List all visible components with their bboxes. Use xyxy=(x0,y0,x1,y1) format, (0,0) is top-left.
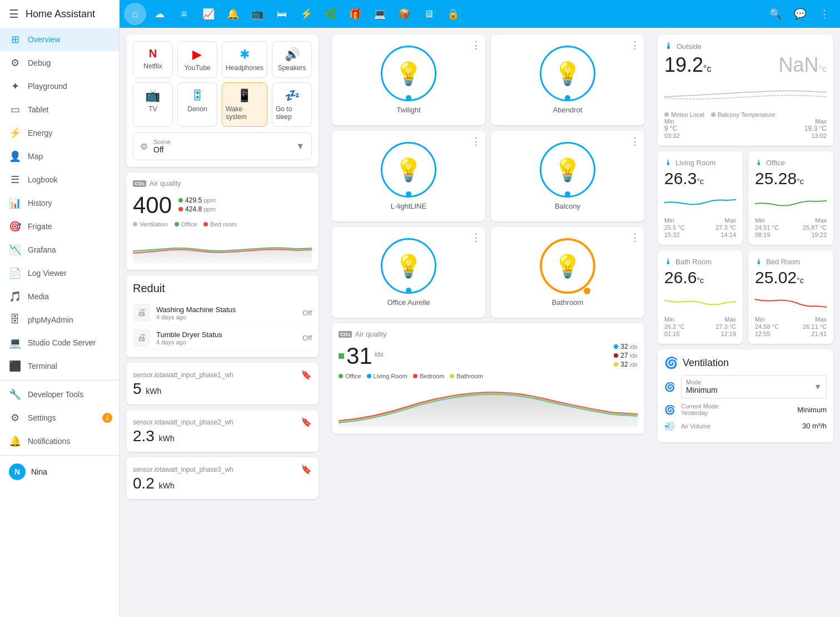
sensor-phase3-bookmark-icon[interactable]: 🔖 xyxy=(301,464,312,475)
hamburger-menu-icon[interactable]: ☰ xyxy=(9,7,19,21)
ventilation-mode-selector[interactable]: Mode Minimum ▼ xyxy=(681,375,827,398)
netflix-button[interactable]: N Netflix xyxy=(133,41,173,78)
bathroom-max-label: Max xyxy=(715,316,736,323)
office-aurelle-menu-icon[interactable]: ⋮ xyxy=(471,231,481,244)
outside-unit2: °c xyxy=(819,64,827,73)
speakers-label: Speakers xyxy=(278,64,306,72)
nav-package-icon[interactable]: 📦 xyxy=(393,3,415,25)
nav-bed-icon[interactable]: 🛏 xyxy=(271,3,293,25)
aq-reading-2: 424.8 ppm xyxy=(178,205,216,213)
legend-balcony-label: Balcony Temperature xyxy=(718,111,776,118)
sensor-phase1-row: sensor.iotawatt_input_phase1_wh 🔖 xyxy=(133,369,312,380)
sidebar-item-history[interactable]: 📊 History xyxy=(0,191,119,215)
legend-bedroom-center-dot xyxy=(413,374,417,378)
bathroom-menu-icon[interactable]: ⋮ xyxy=(630,231,640,244)
chat-icon[interactable]: 💬 xyxy=(789,3,811,25)
tv-button[interactable]: 📺 TV xyxy=(133,82,173,127)
aq-center-title-row: CO₂ Air quality xyxy=(339,330,638,338)
sidebar-item-overview[interactable]: ⊞ Overview xyxy=(0,28,119,51)
sidebar-item-frigate[interactable]: 🎯 Frigate xyxy=(0,215,119,238)
youtube-button[interactable]: ▶ YouTube xyxy=(177,41,217,78)
abendrot-menu-icon[interactable]: ⋮ xyxy=(630,39,640,51)
nav-chart-icon[interactable]: 📈 xyxy=(197,3,220,25)
bathroom-ring[interactable]: 💡 xyxy=(540,238,595,294)
llightline-menu-icon[interactable]: ⋮ xyxy=(471,135,481,147)
living-room-thermometer-icon: 🌡 xyxy=(664,158,672,167)
nav-home-icon[interactable]: ⌂ xyxy=(124,3,146,25)
legend-living-center-dot xyxy=(367,374,371,378)
sidebar-item-grafana[interactable]: 📉 Grafana xyxy=(0,238,119,261)
nav-monitor-icon[interactable]: 💻 xyxy=(369,3,391,25)
nav-tv-icon[interactable]: 📺 xyxy=(246,3,269,25)
nav-lightning-icon[interactable]: ⚡ xyxy=(295,3,317,25)
abendrot-ring[interactable]: 💡 xyxy=(540,46,595,101)
nav-leaf-icon[interactable]: 🌿 xyxy=(320,3,342,25)
llightline-dot xyxy=(406,191,411,197)
bedroom-max-col: Max 26.11 °C 21:41 xyxy=(803,316,827,337)
nav-climate-icon[interactable]: ☁ xyxy=(148,3,171,25)
nav-lock-icon[interactable]: 🔒 xyxy=(442,3,464,25)
sidebar-item-debug[interactable]: ⚙ Debug xyxy=(0,51,119,75)
aq-center-val-2: 27 idx xyxy=(620,352,638,359)
living-room-title: Living Room xyxy=(675,159,715,167)
legend-bedroom-center-label: Bedroom xyxy=(420,373,445,379)
sidebar-item-developer-tools[interactable]: 🔧 Developer Tools xyxy=(0,383,119,406)
sidebar-item-phpmyadmin[interactable]: 🗄 phpMyAdmin xyxy=(0,308,119,331)
sidebar-item-tablet[interactable]: ▭ Tablet xyxy=(0,98,119,121)
twilight-menu-icon[interactable]: ⋮ xyxy=(471,39,481,51)
sidebar-item-energy[interactable]: ⚡ Energy xyxy=(0,121,119,145)
nav-bell-icon[interactable]: 🔔 xyxy=(222,3,244,25)
search-icon[interactable]: 🔍 xyxy=(764,3,787,25)
sensor-phase1-bookmark-icon[interactable]: 🔖 xyxy=(301,369,312,380)
sleep-button[interactable]: 💤 Go to sleep xyxy=(272,82,312,127)
sidebar-item-log-viewer[interactable]: 📄 Log Viewer xyxy=(0,261,119,285)
sidebar-item-playground[interactable]: ✦ Playground xyxy=(0,75,119,98)
ventilation-air-volume-value: 30 m³/h xyxy=(802,422,827,430)
denon-icon: 🎛 xyxy=(191,88,203,103)
nav-gift-icon[interactable]: 🎁 xyxy=(344,3,366,25)
reduit-card: Reduit 🖨 Washing Machine Status 4 days a… xyxy=(126,275,319,357)
wake-system-button[interactable]: 📱 Wake system xyxy=(222,82,267,127)
nav-sliders-icon[interactable]: ≡ xyxy=(173,3,195,25)
sidebar-item-logbook[interactable]: ☰ Logbook xyxy=(0,168,119,191)
balcony-ring[interactable]: 💡 xyxy=(540,142,595,198)
office-minmax: Min 24.51 °C 08:19 Max 25.87 °C 19:22 xyxy=(755,217,827,238)
sidebar-item-notifications[interactable]: 🔔 Notifications xyxy=(0,430,119,453)
headphones-button[interactable]: ✱ Headphones xyxy=(222,41,267,78)
temp-bedroom-card: 🌡 Bed Room 25.02°c Min 24.58 °C 12:55 xyxy=(748,250,833,344)
llightline-ring[interactable]: 💡 xyxy=(381,142,436,198)
office-aurelle-dot xyxy=(406,288,411,293)
sensor-phase2-unit: kWh xyxy=(159,434,175,443)
aq-reading-1-value: 429.5 ppm xyxy=(185,196,216,204)
ventilation-title-row: 🌀 Ventilation xyxy=(664,356,827,369)
light-llightline-card: ⋮ 💡 L-lightLINE xyxy=(332,131,485,221)
sidebar-item-terminal[interactable]: ⬛ Terminal xyxy=(0,354,119,378)
sidebar-item-studio-code[interactable]: 💻 Studio Code Server xyxy=(0,331,119,354)
more-options-icon[interactable]: ⋮ xyxy=(813,3,836,25)
scene-selector[interactable]: ⚙ Scene Off ▼ xyxy=(133,132,312,160)
sidebar-label-logbook: Logbook xyxy=(28,175,58,184)
sidebar-item-settings[interactable]: ⚙ Settings 2 xyxy=(0,406,119,430)
user-profile-item[interactable]: N Nina xyxy=(0,458,119,486)
denon-button[interactable]: 🎛 Denon xyxy=(177,82,217,127)
terminal-icon: ⬛ xyxy=(9,360,21,372)
speakers-button[interactable]: 🔊 Speakers xyxy=(272,41,312,78)
balcony-menu-icon[interactable]: ⋮ xyxy=(630,135,640,147)
media-grid: N Netflix ▶ YouTube ✱ Headphones xyxy=(133,41,312,127)
ventilation-current-mode-label: Current Mode xyxy=(681,403,718,409)
legend-office-center: Office xyxy=(339,373,361,379)
sensor-phase1-name: sensor.iotawatt_input_phase1_wh xyxy=(133,371,233,379)
legend-bedroom-label: Bed room xyxy=(210,221,237,228)
dryer-name: Tumble Dryer Status xyxy=(156,330,297,339)
ventilation-card: 🌀 Ventilation 🌀 Mode Minimum ▼ 🌀 Current… xyxy=(658,349,833,442)
sidebar-item-media[interactable]: 🎵 Media xyxy=(0,285,119,308)
ventilation-mode-value: Minimum xyxy=(686,386,822,394)
twilight-ring[interactable]: 💡 xyxy=(381,46,436,101)
outside-min-col: Min 9 °C 03:32 xyxy=(664,118,744,139)
sidebar-item-map[interactable]: 👤 Map xyxy=(0,145,119,168)
office-aurelle-ring[interactable]: 💡 xyxy=(381,238,436,294)
nav-server-icon[interactable]: 🖥 xyxy=(417,3,440,25)
sidebar-label-developer-tools: Developer Tools xyxy=(28,390,83,399)
scene-dropdown-icon[interactable]: ▼ xyxy=(296,141,305,151)
sensor-phase2-bookmark-icon[interactable]: 🔖 xyxy=(301,417,312,427)
